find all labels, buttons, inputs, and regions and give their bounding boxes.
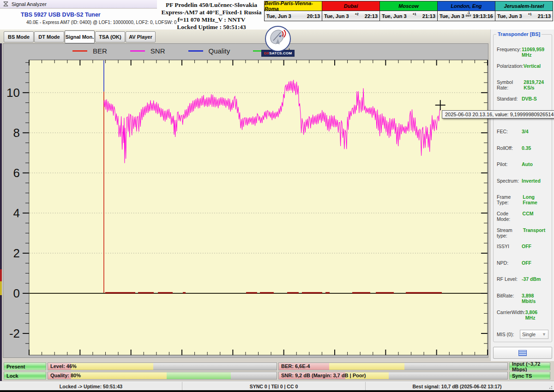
clock-time-row: Tue, Jun 3+121:13 [380, 11, 437, 21]
chart-tool-icon [518, 350, 527, 356]
window-title: Signal Analyzer [12, 1, 47, 7]
clock-date: Tue, Jun 3 [497, 13, 522, 19]
mis-select[interactable]: Single ▼ [520, 330, 548, 339]
tab-dt-mode[interactable]: DT Mode [34, 31, 64, 42]
lamp-sync-ts: Sync TS [509, 372, 550, 380]
tp-row-value: 0.35 [522, 145, 548, 151]
tp-row-value: DVB-S [522, 96, 548, 101]
indicator-bars: PresentLockInput (~3,72 Mbps)Sync TSLeve… [0, 361, 554, 381]
meter-snr: SNR: 9,2 dB (Margin: 3,7 dB | Poor) [278, 372, 508, 380]
tp-row-carrierwidth: CarrierWidth:3,806 MHz [497, 309, 548, 321]
tp-row-label: Frequency: [497, 47, 521, 52]
tp-row-label: Stream type: [497, 227, 523, 238]
site-line-3: f=11 070 MHz_V : NNTV [160, 16, 263, 24]
tp-row-value: OFF [522, 260, 548, 266]
meter-label: Quality: 80% [50, 373, 81, 378]
tp-row-fec: FEC:3/4 [497, 129, 548, 134]
plot-area [29, 60, 488, 355]
y-tick-label-0: 0 [13, 286, 20, 300]
clock-date: Tue, Jun 3 [382, 13, 407, 19]
tp-row-value: Transport [523, 227, 548, 233]
clock-city-label: Moscow [380, 1, 437, 11]
y-tick-label-10: 10 [6, 86, 20, 100]
meter-zone-yellow [71, 372, 167, 379]
clock-berlin-paris-vienna-roma: Berlin-Paris-Vienna-RomaTue, Jun 320:13 [265, 1, 322, 21]
meter-zone-yellow [329, 363, 404, 370]
tp-row-value: 3/4 [522, 129, 548, 134]
signal-chart-panel: BERSNRQualityLevel 1086420-2 [3, 43, 488, 358]
signal-chart[interactable]: 1086420-2 [3, 44, 489, 358]
tp-row-polarization: Polarization:Vertical [497, 63, 548, 69]
tp-row-label: CarrierWidth: [497, 309, 525, 315]
tp-row-npd: NPD:OFF [497, 260, 548, 266]
y-tick-label-8: 8 [13, 126, 20, 140]
meter-quality: Quality: 80% [48, 372, 277, 380]
tp-row-label: Symbol Rate: [497, 79, 524, 90]
status-bar: Locked -> Uptime: 50:51:43 SYNC 0 | TEI … [0, 381, 554, 391]
tp-row-frame-type: Frame Type:Long Frame [497, 194, 548, 205]
clock-london-eng: London, EngTue, Jun 3-1DST19:13:16 [438, 1, 495, 21]
tp-row-label: BitRate: [497, 293, 514, 298]
status-sync-counters: SYNC 0 | TEI 0 | CC 0 [182, 382, 366, 391]
tp-row-frequency: Frequency:11069,959 MHz [497, 47, 548, 58]
clock-date: Tue, Jun 3 [324, 13, 349, 19]
clock-utc-offset: +1 [522, 12, 538, 16]
y-tick-label-4: 4 [13, 206, 20, 220]
clock-date: Tue, Jun 3 [440, 13, 464, 19]
clock-moscow: MoscowTue, Jun 3+121:13 [380, 1, 438, 21]
tuner-subtitle: 40.0E - Express AM7 (ID: 0400) @ LOF1: 1… [26, 20, 177, 25]
desktop-strip-red [0, 269, 2, 281]
mis-selected-value: Single [522, 332, 536, 337]
bottom-edge [0, 390, 554, 392]
y-tick-label-2: 2 [13, 246, 20, 260]
clock-time-value: 22:13 [365, 13, 378, 19]
mis-label: MIS (0): [497, 332, 514, 337]
tp-row-label: ISSYI [497, 244, 509, 249]
chevron-down-icon: ▼ [542, 332, 546, 337]
meter-label: BER: 6,6E-4 [281, 363, 310, 369]
transponder-title: Transponder [BS] [496, 31, 542, 37]
meter-zone-green [167, 372, 231, 379]
site-line-2: Express-AM7 at 40°E_Fixed-1 Russia [160, 9, 263, 16]
tp-row-label: Spectrum: [497, 178, 519, 184]
tp-row-label: Polarization: [497, 63, 524, 69]
clock-dubai: DubaiTue, Jun 3+222:13 [322, 1, 380, 21]
clock-date: Tue, Jun 3 [266, 13, 291, 19]
tp-row-label: Pilot: [497, 161, 507, 167]
tp-row-value: Long Frame [523, 194, 548, 205]
tp-row-value: CCM [523, 211, 548, 216]
clock-time-row: Tue, Jun 320:13 [265, 11, 322, 21]
app-icon [3, 1, 9, 7]
tp-row-value: 2819,724 KS/s [524, 79, 548, 90]
status-uptime: Locked -> Uptime: 50:51:43 [0, 382, 182, 391]
tp-row-label: RF Level: [497, 276, 518, 282]
site-info: PF Prodelin 450/Lučenec-Slovakia Express… [160, 1, 263, 31]
tab-bs-mode[interactable]: BS Mode [4, 31, 34, 42]
tp-row-issyi: ISSYIOFF [497, 244, 548, 249]
tp-row-label: RollOff: [497, 145, 513, 151]
tp-row-value: -37 dBm [522, 276, 548, 282]
clock-time-value: 21:13 [422, 13, 435, 19]
tab-av-player[interactable]: AV Player [126, 31, 156, 42]
world-clocks: Berlin-Paris-Vienna-RomaTue, Jun 320:13D… [264, 1, 553, 21]
tuner-info: TBS 5927 USB DVB-S2 Tuner 40.0E - Expres… [21, 12, 177, 25]
chart-tool-button[interactable] [493, 347, 552, 359]
site-line-4: Locked Uptime : 50:51:43 [160, 24, 263, 31]
tp-row-bitrate: BitRate:3,898 Mbit/s [497, 293, 548, 304]
tp-row-value: 11069,959 MHz [522, 47, 548, 58]
clock-city-label: Dubai [322, 1, 379, 11]
tp-row-value: Vertical [524, 63, 548, 69]
tp-row-value: Auto [522, 161, 548, 167]
tab-signal-mon[interactable]: Signal Mon. [65, 30, 95, 43]
lamp-lock: Lock [4, 372, 46, 380]
desktop-strip-yellow [0, 281, 2, 295]
dxsatcs-logo: DXSATCS.COM [261, 26, 295, 57]
tab-tsa-ok[interactable]: TSA (OK) [95, 31, 125, 42]
meter-zone-yellow [71, 363, 153, 370]
logo-dish-icon [265, 26, 291, 52]
clock-time-value: 19:13:16 [473, 13, 493, 19]
tp-row-label: NPD: [497, 260, 508, 266]
desktop-edge-strip [0, 43, 2, 390]
clock-time-row: Tue, Jun 3+222:13 [322, 11, 379, 21]
tp-row-value: 3,806 MHz [525, 309, 548, 321]
